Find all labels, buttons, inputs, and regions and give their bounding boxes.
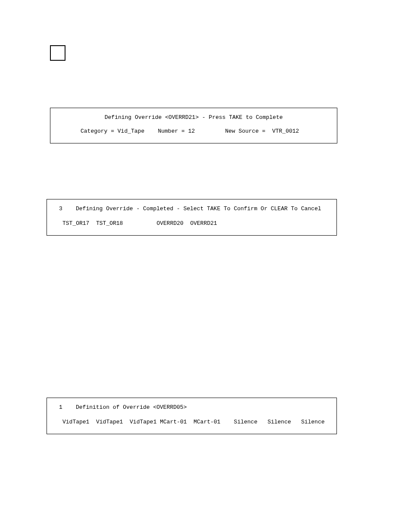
override-completed-panel: 3 Defining Override - Completed - Select… bbox=[47, 199, 337, 236]
override-define-message: Defining Override <OVERRD21> - Press TAK… bbox=[55, 114, 333, 121]
override-define-panel: Defining Override <OVERRD21> - Press TAK… bbox=[50, 108, 337, 143]
override-definition-panel: 1 Definition of Override <OVERRD05> VidT… bbox=[47, 398, 337, 434]
override-definition-list: VidTape1 VidTape1 VidTape1 MCart-01 MCar… bbox=[51, 419, 332, 426]
override-definition-heading: 1 Definition of Override <OVERRD05> bbox=[51, 404, 332, 411]
page-marker-box bbox=[50, 45, 65, 61]
override-completed-message: 3 Defining Override - Completed - Select… bbox=[51, 205, 332, 212]
override-define-details: Category = Vid_Tape Number = 12 New Sour… bbox=[55, 128, 333, 135]
override-completed-list: TST_OR17 TST_OR18 OVERRD20 OVERRD21 bbox=[51, 220, 332, 227]
